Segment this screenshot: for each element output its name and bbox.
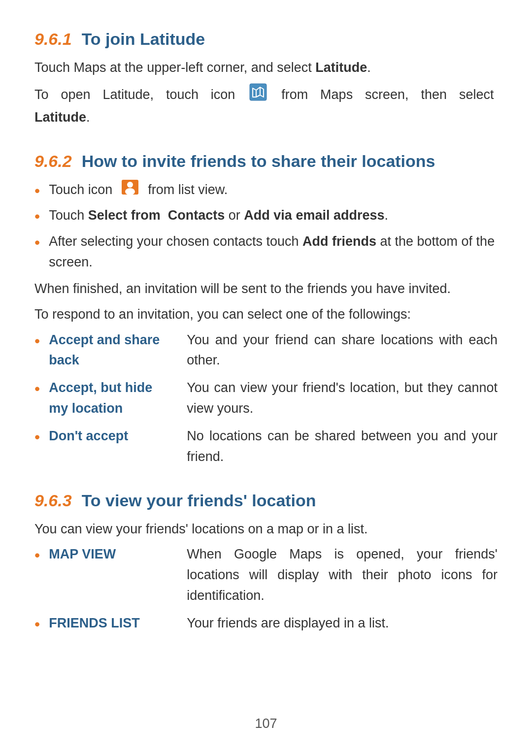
paragraph-5: You can view your friends' locations on … <box>34 519 498 540</box>
section-962: 9.6.2 How to invite friends to share the… <box>34 152 498 467</box>
bullet-text: Touch icon from list view. <box>49 180 498 201</box>
maps-icon <box>249 83 267 107</box>
bullet-dot: • <box>34 544 40 566</box>
section-title-962: How to invite friends to share their loc… <box>82 152 435 171</box>
section-heading-961: 9.6.1 To join Latitude <box>34 30 498 49</box>
list-item: • Accept and shareback You and your frie… <box>34 330 498 371</box>
bullet-list-962: • Touch icon from list view. • <box>34 180 498 273</box>
page-content: 9.6.1 To join Latitude Touch Maps at the… <box>0 0 532 698</box>
bullet-dot: • <box>34 426 40 448</box>
section-963: 9.6.3 To view your friends' location You… <box>34 491 498 635</box>
bullet-text: Touch Select from Contacts or Add via em… <box>49 205 498 226</box>
paragraph-4: To respond to an invitation, you can sel… <box>34 304 498 325</box>
list-item: • After selecting your chosen contacts t… <box>34 231 498 273</box>
def-desc: You and your friend can share locations … <box>187 330 498 371</box>
bullet-dot: • <box>34 231 40 254</box>
def-desc: Your friends are displayed in a list. <box>187 613 498 634</box>
page-number: 107 <box>0 716 532 731</box>
def-desc: When Google Maps is opened, your friends… <box>187 544 498 606</box>
person-icon <box>122 180 138 201</box>
def-term: Don't accept <box>49 426 187 447</box>
paragraph-1: Touch Maps at the upper-left corner, and… <box>34 58 498 78</box>
bullet-dot: • <box>34 330 40 352</box>
list-item: • FRIENDS LIST Your friends are displaye… <box>34 613 498 635</box>
paragraph-3: When finished, an invitation will be sen… <box>34 279 498 299</box>
bullet-dot: • <box>34 613 40 635</box>
section-heading-962: 9.6.2 How to invite friends to share the… <box>34 152 498 171</box>
definition-list-963: • MAP VIEW When Google Maps is opened, y… <box>34 544 498 635</box>
list-item: • Accept, but hidemy location You can vi… <box>34 378 498 419</box>
def-term: Accept and shareback <box>49 330 187 371</box>
def-term: Accept, but hidemy location <box>49 378 187 419</box>
section-961: 9.6.1 To join Latitude Touch Maps at the… <box>34 30 498 128</box>
section-title-961: To join Latitude <box>82 30 205 49</box>
bullet-dot: • <box>34 180 40 202</box>
def-term: MAP VIEW <box>49 544 187 565</box>
section-number-962: 9.6.2 <box>34 152 72 171</box>
bullet-dot: • <box>34 378 40 400</box>
bullet-text: After selecting your chosen contacts tou… <box>49 231 498 273</box>
def-desc: You can view your friend's location, but… <box>187 378 498 419</box>
bullet-dot: • <box>34 205 40 228</box>
list-item: • Don't accept No locations can be share… <box>34 426 498 467</box>
def-term: FRIENDS LIST <box>49 613 187 634</box>
section-heading-963: 9.6.3 To view your friends' location <box>34 491 498 510</box>
svg-point-5 <box>127 182 133 188</box>
list-item: • Touch icon from list view. <box>34 180 498 202</box>
section-title-963: To view your friends' location <box>82 491 316 510</box>
paragraph-2: To open Latitude, touch icon from Maps s… <box>34 83 498 128</box>
section-number-961: 9.6.1 <box>34 30 72 49</box>
list-item: • MAP VIEW When Google Maps is opened, y… <box>34 544 498 606</box>
list-item: • Touch Select from Contacts or Add via … <box>34 205 498 228</box>
def-desc: No locations can be shared between you a… <box>187 426 498 467</box>
definition-list-962: • Accept and shareback You and your frie… <box>34 330 498 467</box>
section-number-963: 9.6.3 <box>34 491 72 510</box>
